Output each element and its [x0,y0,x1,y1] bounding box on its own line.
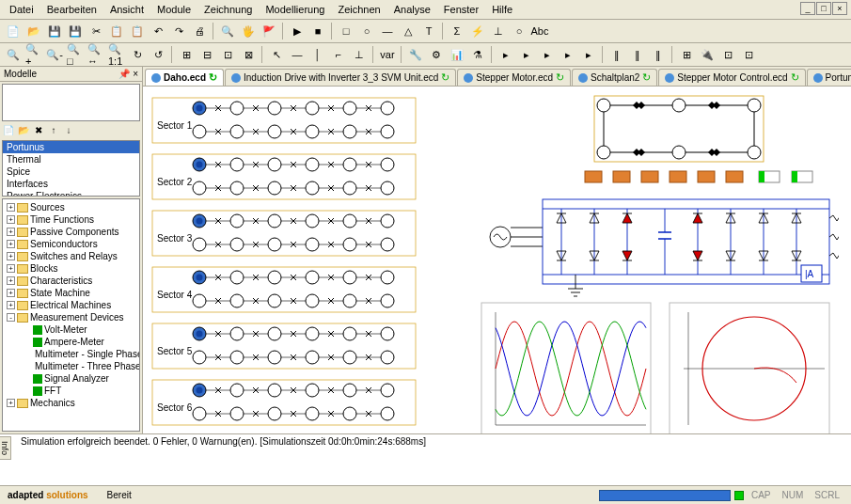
preview-tool-4[interactable]: ↓ [62,125,75,138]
tree-sources[interactable]: +Sources [5,201,137,213]
menu-zeichnung[interactable]: Zeichnung [198,2,258,17]
toolbar2-btn-40[interactable]: ⊡ [739,45,758,64]
preview-tool-0[interactable]: 📄 [2,125,15,138]
model-cat-power electronics[interactable]: Power Electronics [3,190,139,197]
toolbar2-btn-15[interactable]: — [288,45,307,64]
toolbar2-btn-25[interactable]: ⚗ [468,45,487,64]
toolbar2-btn-10[interactable]: ⊟ [197,45,216,64]
toolbar2-btn-37[interactable]: ⊞ [677,45,696,64]
tree-child-signal-analyzer[interactable]: Signal Analyzer [5,372,137,385]
model-cat-portunus[interactable]: Portunus [3,141,139,153]
minimize-button[interactable]: _ [800,2,815,15]
toolbar1-btn-15[interactable]: ▶ [288,22,307,40]
output-tab-info[interactable]: Info [0,436,11,460]
tree-mechanics[interactable]: +Mechanics [5,397,137,409]
toolbar2-btn-39[interactable]: ⊡ [718,45,737,64]
menu-zeichnen[interactable]: Zeichnen [332,2,386,17]
toolbar2-btn-3[interactable]: 🔍□ [66,45,85,64]
tree-child-fft[interactable]: FFT [5,385,137,397]
close-button[interactable]: × [832,2,847,15]
model-category-list[interactable]: PortunusThermalSpiceInterfacesPower Elec… [2,140,140,197]
tree-passive-components[interactable]: +Passive Components [5,226,137,238]
tree-child-multimeter---single-phase[interactable]: Multimeter - Single Phase [5,348,137,360]
tab-0[interactable]: Daho.ecd↻ [145,69,224,86]
toolbar1-btn-0[interactable]: 📄 [4,22,23,40]
toolbar1-btn-12[interactable]: 🖐 [239,22,258,40]
toolbar1-btn-1[interactable]: 📂 [24,22,43,40]
toolbar2-btn-29[interactable]: ▸ [538,45,557,64]
toolbar2-btn-24[interactable]: 📊 [448,45,466,64]
schematic-canvas[interactable]: Sector 1Sector 2Sector 3Sector 4Sector 5… [143,87,851,433]
tab-1[interactable]: Induction Drive with Inverter 3_3 SVM Un… [225,69,456,86]
tab-3[interactable]: Schaltplan2↻ [572,69,657,86]
toolbar1-btn-28[interactable]: Abc [530,22,549,40]
tree-child-volt-meter[interactable]: Volt-Meter [5,323,137,336]
toolbar2-btn-17[interactable]: ⌐ [329,45,348,64]
tree-switches-and-relays[interactable]: +Switches and Relays [5,250,137,262]
toolbar2-btn-0[interactable]: 🔍 [4,45,23,64]
preview-tool-2[interactable]: ✖ [32,125,45,138]
tree-blocks[interactable]: +Blocks [5,262,137,275]
toolbar2-btn-1[interactable]: 🔍+ [24,45,43,64]
tab-4[interactable]: Stepper Motor Control.ecd↻ [658,69,805,86]
model-cat-spice[interactable]: Spice [3,165,139,178]
toolbar2-btn-20[interactable]: var [378,45,397,64]
tab-2[interactable]: Stepper Motor.ecd↻ [457,69,571,86]
toolbar2-btn-22[interactable]: 🔧 [406,45,425,64]
toolbar1-btn-11[interactable]: 🔍 [218,22,237,40]
tree-semiconductors[interactable]: +Semiconductors [5,238,137,250]
toolbar2-btn-4[interactable]: 🔍↔ [87,45,105,64]
menu-analyse[interactable]: Analyse [388,2,436,17]
toolbar1-btn-24[interactable]: Σ [448,22,466,40]
toolbar2-btn-27[interactable]: ▸ [496,45,515,64]
toolbar1-btn-20[interactable]: — [378,22,397,40]
toolbar1-btn-22[interactable]: T [419,22,438,40]
menu-fenster[interactable]: Fenster [438,2,484,17]
model-cat-interfaces[interactable]: Interfaces [3,178,139,190]
tree-child-multimeter---three-phase[interactable]: Multimeter - Three Phase [5,360,137,372]
preview-tool-3[interactable]: ↑ [47,125,60,138]
tree-measurement-devices[interactable]: -Measurement Devices [5,311,137,323]
toolbar2-btn-23[interactable]: ⚙ [427,45,446,64]
toolbar1-btn-16[interactable]: ■ [308,22,327,40]
tree-electrical-machines[interactable]: +Electrical Machines [5,299,137,311]
toolbar1-btn-7[interactable]: ↶ [149,22,167,40]
preview-tool-1[interactable]: 📂 [17,125,30,138]
toolbar2-btn-9[interactable]: ⊞ [177,45,196,64]
toolbar1-btn-21[interactable]: △ [399,22,418,40]
toolbar1-btn-27[interactable]: ○ [510,22,528,40]
maximize-button[interactable]: □ [816,2,831,15]
toolbar1-btn-8[interactable]: ↷ [169,22,188,40]
toolbar2-btn-7[interactable]: ↺ [149,45,167,64]
toolbar2-btn-5[interactable]: 🔍1:1 [107,45,126,64]
toolbar2-btn-34[interactable]: ‖ [628,45,647,64]
tree-time-functions[interactable]: +Time Functions [5,213,137,226]
toolbar2-btn-28[interactable]: ▸ [517,45,536,64]
model-cat-thermal[interactable]: Thermal [3,153,139,165]
toolbar1-btn-9[interactable]: 🖨 [190,22,209,40]
toolbar1-btn-13[interactable]: 🚩 [260,22,278,40]
toolbar2-btn-16[interactable]: │ [308,45,327,64]
toolbar2-btn-33[interactable]: ‖ [607,45,626,64]
model-tree[interactable]: +Sources+Time Functions+Passive Componen… [2,198,140,432]
toolbar2-btn-14[interactable]: ↖ [267,45,286,64]
toolbar2-btn-12[interactable]: ⊠ [239,45,258,64]
tree-characteristics[interactable]: +Characteristics [5,275,137,287]
tab-5[interactable]: Portunus_all.ecd↻ [807,69,851,86]
toolbar2-btn-2[interactable]: 🔍- [45,45,64,64]
menu-module[interactable]: Module [151,2,197,17]
menu-modellierung[interactable]: Modellierung [260,2,330,17]
tree-state-machine[interactable]: +State Machine [5,287,137,299]
toolbar1-btn-26[interactable]: ⊥ [489,22,508,40]
toolbar2-btn-30[interactable]: ▸ [559,45,577,64]
menu-ansicht[interactable]: Ansicht [104,2,150,17]
tree-child-ampere-meter[interactable]: Ampere-Meter [5,336,137,348]
toolbar1-btn-6[interactable]: 📋 [128,22,147,40]
toolbar1-btn-3[interactable]: 💾 [66,22,85,40]
toolbar1-btn-18[interactable]: □ [337,22,355,40]
menu-hilfe[interactable]: Hilfe [486,2,518,17]
toolbar1-btn-25[interactable]: ⚡ [468,22,487,40]
toolbar2-btn-38[interactable]: 🔌 [698,45,717,64]
toolbar1-btn-5[interactable]: 📋 [107,22,126,40]
toolbar2-btn-6[interactable]: ↻ [128,45,147,64]
